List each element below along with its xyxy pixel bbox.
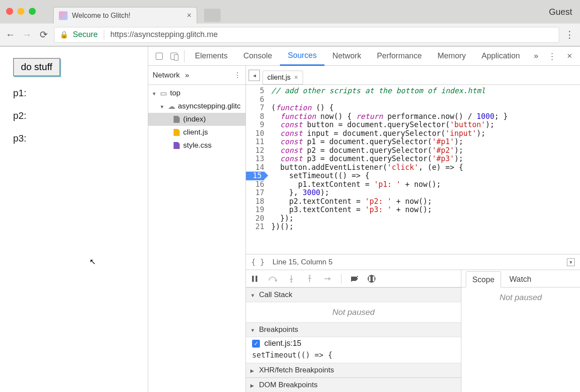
secure-label: Secure [73,30,98,39]
divider [341,274,341,284]
debugger-left: ❚❚ Call Stack Not paused Breakpoints ✓ [246,270,461,392]
sources-panel: Network » ⋮ ▭ top ☁ asyncstepping.glitc [148,66,580,392]
scope-body: Not paused [461,287,580,392]
coverage-icon[interactable]: ▾ [567,258,575,266]
xhr-breakpoints-header[interactable]: XHR/fetch Breakpoints [246,363,461,378]
navigator-tab-network[interactable]: Network [153,71,180,80]
step-over-button[interactable] [268,274,278,284]
tree-file-clientjs[interactable]: client.js [148,126,246,139]
devtools-close-icon[interactable]: × [563,51,577,61]
pretty-print-icon[interactable]: { } [251,258,265,267]
breakpoint-item[interactable]: ✓ client.js:15 [246,337,461,350]
tab-watch[interactable]: Watch [503,271,538,287]
pause-on-exceptions-button[interactable]: ❚❚ [368,275,375,283]
tree-domain[interactable]: ☁ asyncstepping.glitc [148,100,246,113]
breakpoint-checkbox[interactable]: ✓ [252,340,260,348]
disclosure-triangle-icon[interactable] [250,291,256,299]
line-gutter[interactable]: 56789101112131415161718192021 [246,85,267,254]
p3-label: p3: [13,133,135,144]
step-into-button[interactable] [286,274,297,284]
debugger-right: Scope Watch Not paused [461,270,580,392]
profile-label[interactable]: Guest [549,7,572,17]
tab-close-icon[interactable]: × [187,11,191,20]
window-close-button[interactable] [6,8,13,15]
disclosure-triangle-icon[interactable] [250,366,256,375]
scope-watch-tabs: Scope Watch [461,270,580,287]
inspect-element-icon[interactable] [152,49,167,64]
tab-console[interactable]: Console [235,47,280,66]
dom-breakpoints-header[interactable]: DOM Breakpoints [246,378,461,392]
tab-sources[interactable]: Sources [280,47,324,66]
disclosure-triangle-icon[interactable] [160,102,165,111]
reload-button[interactable]: ⟳ [38,29,50,41]
step-out-button[interactable] [304,274,315,284]
lock-icon: 🔒 [60,30,68,39]
navigator-tabs: Network » ⋮ [148,66,246,85]
step-button[interactable] [323,274,333,284]
tab-elements[interactable]: Elements [187,47,235,66]
do-stuff-button[interactable]: do stuff [13,58,60,76]
page-viewport: do stuff p1: p2: p3: [0,47,148,392]
editor-tab-clientjs[interactable]: client.js × [263,71,303,84]
browser-tab[interactable]: Welcome to Glitch! × [53,7,197,24]
address-bar[interactable]: 🔒 Secure https://asyncstepping.glitch.me [54,27,559,43]
breakpoint-code: setTimeout(() => { [246,350,461,363]
callstack-title: Call Stack [259,291,293,299]
document-icon [174,116,180,123]
window-icon: ▭ [160,89,167,97]
tab-network[interactable]: Network [324,47,369,66]
browser-toolbar: ← → ⟳ 🔒 Secure https://asyncstepping.gli… [0,24,580,46]
window-zoom-button[interactable] [29,8,36,15]
url-text: https://asyncstepping.glitch.me [110,30,218,39]
navigator-menu-icon[interactable]: ⋮ [234,71,241,80]
toggle-navigator-icon[interactable]: ◂ [249,70,260,81]
callstack-header[interactable]: Call Stack [246,287,461,302]
tree-file-label: client.js [183,128,208,137]
tree-file-stylecss[interactable]: style.css [148,139,246,152]
editor-status-bar: { } Line 15, Column 5 ▾ [246,254,580,270]
tree-domain-label: asyncstepping.glitc [178,102,241,111]
tree-file-label: style.css [183,141,212,150]
svg-point-5 [290,281,292,283]
tab-memory[interactable]: Memory [430,47,474,66]
editor-tab-close-icon[interactable]: × [294,74,298,81]
browser-menu-button[interactable]: ⋮ [563,29,576,41]
disclosure-triangle-icon[interactable] [250,381,256,389]
scope-state: Not paused [461,287,580,308]
tree-top[interactable]: ▭ top [148,87,246,100]
tab-title: Welcome to Glitch! [72,12,130,20]
svg-marker-4 [290,279,293,281]
device-toolbar-icon[interactable] [167,49,181,64]
deactivate-breakpoints-button[interactable] [349,274,360,284]
devtools-tab-overflow: » ⋮ × [530,51,577,61]
new-tab-button[interactable] [204,9,221,22]
stylesheet-icon [174,142,180,149]
disclosure-triangle-icon[interactable] [250,325,256,334]
favicon-icon [59,11,68,20]
tree-file-index[interactable]: (index) [148,113,246,126]
tab-performance[interactable]: Performance [369,47,430,66]
p2-label: p2: [13,110,135,122]
devtools-panel: Elements Console Sources Network Perform… [148,47,580,392]
url-separator [104,30,104,40]
pause-button[interactable] [249,274,260,284]
more-tabs-icon[interactable]: » [530,51,542,61]
breakpoints-header[interactable]: Breakpoints [246,322,461,337]
callstack-state: Not paused [246,302,461,322]
disclosure-triangle-icon[interactable] [152,89,157,98]
window-minimize-button[interactable] [17,8,24,15]
code-content[interactable]: // add other scripts at the bottom of in… [267,85,508,254]
navigator-more-icon[interactable]: » [185,71,189,80]
back-button[interactable]: ← [4,29,17,41]
tab-application[interactable]: Application [474,47,528,66]
editor-tabbar: ◂ client.js × [246,66,580,85]
code-editor[interactable]: 56789101112131415161718192021 // add oth… [246,85,580,254]
tab-scope[interactable]: Scope [466,271,501,287]
devtools-menu-icon[interactable]: ⋮ [543,51,561,61]
forward-button[interactable]: → [21,29,33,41]
window-controls [6,8,36,15]
breakpoints-title: Breakpoints [259,325,298,334]
tree-top-label: top [170,89,181,98]
content-area: do stuff p1: p2: p3: Elements Console So… [0,47,580,392]
breakpoint-label: client.js:15 [264,339,301,348]
